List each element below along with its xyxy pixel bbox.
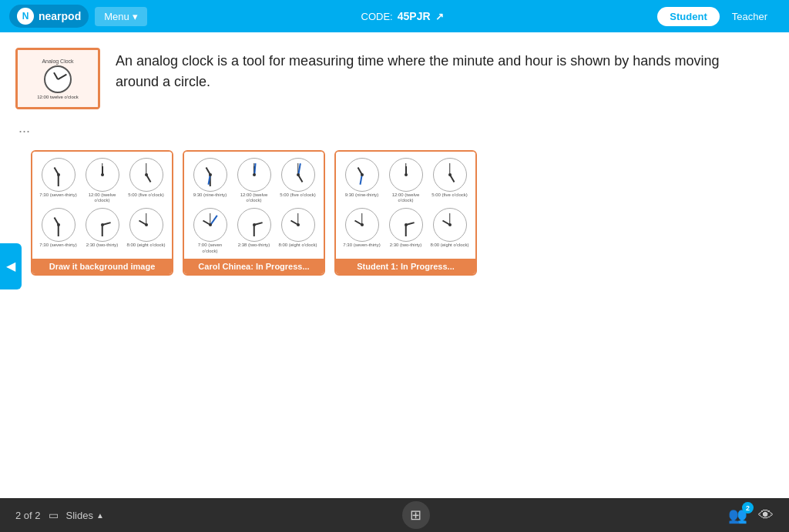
slide-icon: ▭ [49,509,59,521]
clock-230-1 [86,208,119,242]
card-footer-carol: Carol Chinea: In Progress... [184,259,324,274]
header-tabs: Student Teacher [657,7,780,26]
card-footer-s1: Student 1: In Progress... [336,259,475,274]
clock-cell: 7:30 (seven-thirty) [37,156,79,205]
clock-cell: 2:30 (two-thirty) [81,206,123,255]
card-student1[interactable]: 9:30 (nine-thirty) 12:00 (twelve o'clock… [334,150,477,276]
ellipsis: ··· [18,123,766,139]
thumb-label: Analog Clock [42,59,73,64]
card-footer-bg: Draw it background image [32,259,172,274]
footer-right: 👥 2 👁 [728,506,774,524]
clock-230-2 [237,208,271,242]
clock-800-1 [129,208,163,242]
main-content: Analog Clock 12:00 twelve o'clock An ana… [0,32,789,291]
header: N nearpod Menu ▾ CODE: 45PJR ↗ Student T… [0,0,789,32]
clock-cell: 7:00 (seven o'clock) [189,206,231,255]
clock-cell: 5:00 (five o'clock) [125,156,167,205]
footer-center: ⊞ [402,501,430,529]
clock-cell: 12:00 (twelve o'clock) [384,156,427,205]
clock-1200-s1 [389,158,423,192]
clock-cell: 2:30 (two-thirty) [384,206,427,255]
footer-left: 2 of 2 ▭ Slides ▲ [15,509,104,521]
footer: 2 of 2 ▭ Slides ▲ ⊞ 👥 2 👁 [0,498,789,532]
card-draw-background[interactable]: 7:30 (seven-thirty) 12:00 (twelve o'cloc… [31,150,173,276]
clock-1200-1 [86,158,119,192]
clock-500-1 [129,158,163,192]
chevron-up-icon: ▲ [96,511,104,520]
clock-cell: 12:00 (twelve o'clock) [81,156,123,205]
clock-700 [193,208,227,242]
clock-930 [193,158,227,192]
header-code: CODE: 45PJR ↗ [361,10,444,22]
clock-cell: 12:00 (twelve o'clock) [233,156,275,205]
clock-cell: 7:30 (seven-thirty) [37,206,79,255]
clock-mini [44,65,72,93]
clock-cell: 5:00 (five o'clock) [428,156,471,205]
clock-800-s1 [433,208,467,242]
left-arrow-tab[interactable]: ◀ [0,243,22,289]
clock-930-s1 [345,158,379,192]
clock-730-1 [42,158,76,192]
card-grid-carol: 9:30 (nine-thirty) 12:00 (twelve o'clock… [184,152,324,256]
thumb-time: 12:00 twelve o'clock [37,95,79,99]
chevron-down-icon: ▾ [133,11,138,22]
clock-700-s1 [345,208,379,242]
teacher-tab[interactable]: Teacher [720,7,780,26]
participants-button[interactable]: 👥 2 [728,506,747,524]
clock-cell: 7:30 (seven-thirty) [341,206,383,255]
code-value: 45PJR [398,10,431,22]
clock-cell: 8:00 (eight o'clock) [428,206,471,255]
clock-500-s1 [433,158,467,192]
present-button[interactable]: ⊞ [402,501,430,529]
eye-icon: 👁 [758,507,774,524]
slide-thumbnail[interactable]: Analog Clock 12:00 twelve o'clock [15,48,100,109]
clock-cell: 9:30 (nine-thirty) [189,156,231,205]
participants-badge: 2 [742,502,754,514]
slide-info: Analog Clock 12:00 twelve o'clock An ana… [15,48,766,109]
slides-label[interactable]: Slides ▲ [66,510,104,521]
slide-description: An analog clock is a tool for measuring … [116,48,766,92]
clock-230-s1 [389,208,423,242]
student-tab[interactable]: Student [657,7,719,26]
clock-cell: 5:00 (five o'clock) [277,156,319,205]
page-info: 2 of 2 [15,510,41,521]
clock-1200-2 [237,158,271,192]
menu-button[interactable]: Menu ▾ [95,7,147,26]
share-icon[interactable]: ↗ [435,11,444,22]
left-arrow-icon: ◀ [6,259,15,273]
logo-circle: N [17,8,34,25]
card-carol[interactable]: 9:30 (nine-thirty) 12:00 (twelve o'clock… [183,150,325,276]
cards-row: 7:30 (seven-thirty) 12:00 (twelve o'cloc… [31,150,766,276]
card-grid-bg: 7:30 (seven-thirty) 12:00 (twelve o'cloc… [32,152,172,256]
present-icon: ⊞ [410,507,421,524]
clock-cell: 8:00 (eight o'clock) [277,206,319,255]
logo-text: nearpod [39,10,81,22]
clock-500-2 [281,158,315,192]
header-left: N nearpod Menu ▾ [9,5,147,28]
clock-800-2 [281,208,315,242]
clock-730-2 [42,208,76,242]
nearpod-logo[interactable]: N nearpod [9,5,89,28]
clock-cell: 8:00 (eight o'clock) [125,206,167,255]
card-grid-s1: 9:30 (nine-thirty) 12:00 (twelve o'clock… [336,152,475,256]
eye-button[interactable]: 👁 [758,507,774,524]
clock-cell: 9:30 (nine-thirty) [341,156,383,205]
clock-cell: 2:38 (two-thirty) [233,206,275,255]
